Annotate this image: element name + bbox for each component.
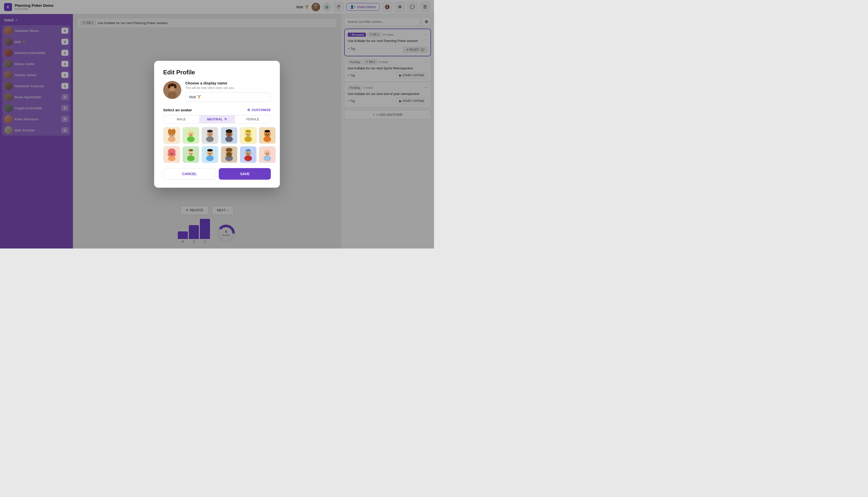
svg-point-82 xyxy=(266,153,267,154)
svg-point-78 xyxy=(249,153,250,154)
svg-point-22 xyxy=(170,134,171,135)
svg-point-47 xyxy=(264,130,270,132)
display-name-section: Choose a display name This will be how o… xyxy=(163,81,271,102)
svg-point-25 xyxy=(187,137,195,142)
svg-point-54 xyxy=(170,153,171,154)
svg-point-42 xyxy=(245,130,251,132)
avatar-option-11[interactable] xyxy=(239,146,257,163)
avatar-option-4[interactable] xyxy=(221,127,238,144)
female-label: FEMALE xyxy=(246,117,259,121)
svg-point-53 xyxy=(167,153,176,156)
svg-point-48 xyxy=(266,134,267,135)
svg-point-11 xyxy=(168,91,177,99)
refresh-icon: ↻ xyxy=(224,117,227,121)
display-name-sublabel: This will be how other users see you xyxy=(185,86,271,90)
cancel-button[interactable]: CANCEL xyxy=(163,168,216,180)
modal-actions: CANCEL SAVE xyxy=(163,168,271,180)
customize-label: CUSTOMIZE xyxy=(252,108,271,112)
save-button[interactable]: SAVE xyxy=(219,168,271,180)
tab-neutral[interactable]: NEUTRAL ↻ xyxy=(199,115,235,123)
svg-point-23 xyxy=(172,134,173,135)
neutral-label: NEUTRAL xyxy=(207,117,222,121)
svg-point-43 xyxy=(247,134,248,135)
avatar-option-12[interactable] xyxy=(259,146,276,163)
avatar-option-1[interactable] xyxy=(163,127,180,144)
svg-point-44 xyxy=(249,134,250,135)
customize-button[interactable]: ⚙ CUSTOMIZE xyxy=(247,108,271,112)
svg-point-49 xyxy=(268,134,269,135)
avatar-section-header: Select an avatar ⚙ CUSTOMIZE xyxy=(163,108,271,112)
tab-female[interactable]: FEMALE xyxy=(235,115,271,123)
modal-avatar-preview xyxy=(163,81,181,99)
svg-point-59 xyxy=(189,153,190,154)
svg-point-46 xyxy=(263,137,271,142)
svg-point-80 xyxy=(263,156,271,161)
svg-point-83 xyxy=(268,153,269,154)
svg-point-31 xyxy=(206,137,214,142)
svg-point-33 xyxy=(208,134,209,135)
svg-point-60 xyxy=(191,153,192,154)
svg-point-69 xyxy=(226,148,232,152)
svg-point-72 xyxy=(245,150,251,156)
avatar-option-6[interactable] xyxy=(259,127,276,144)
svg-point-57 xyxy=(187,156,195,161)
svg-point-38 xyxy=(228,134,229,135)
avatar-section-title: Select an avatar xyxy=(163,108,192,112)
display-name-label: Choose a display name xyxy=(185,81,271,85)
svg-point-65 xyxy=(210,153,211,154)
svg-point-41 xyxy=(244,137,252,142)
tab-male[interactable]: MALE xyxy=(163,115,199,123)
svg-point-34 xyxy=(210,134,211,135)
customize-icon: ⚙ xyxy=(247,108,250,112)
svg-point-68 xyxy=(226,153,232,157)
svg-point-73 xyxy=(244,156,252,161)
svg-point-16 xyxy=(174,84,177,88)
avatar-option-5[interactable] xyxy=(239,127,257,144)
svg-marker-75 xyxy=(247,148,249,151)
svg-point-18 xyxy=(168,137,176,142)
avatar-option-2[interactable] xyxy=(182,127,199,144)
svg-point-70 xyxy=(228,153,229,154)
avatar-option-7[interactable] xyxy=(163,146,180,163)
svg-point-21 xyxy=(169,130,175,132)
svg-point-39 xyxy=(230,134,231,135)
svg-rect-13 xyxy=(170,88,175,91)
avatar-tabs: MALE NEUTRAL ↻ FEMALE xyxy=(163,115,271,123)
svg-point-24 xyxy=(188,131,194,137)
svg-point-62 xyxy=(206,156,214,161)
modal-title: Edit Profile xyxy=(163,69,271,76)
svg-point-55 xyxy=(172,153,173,154)
edit-profile-modal: Edit Profile Choose a display name xyxy=(154,61,280,188)
svg-point-32 xyxy=(207,130,213,132)
svg-point-29 xyxy=(191,133,193,135)
svg-point-71 xyxy=(230,153,231,154)
svg-point-37 xyxy=(226,129,232,133)
display-name-input[interactable] xyxy=(185,92,271,102)
svg-point-63 xyxy=(207,149,213,151)
avatar-grid xyxy=(163,127,271,163)
modal-form-section: Choose a display name This will be how o… xyxy=(185,81,271,102)
avatar-option-10[interactable] xyxy=(221,146,238,163)
avatar-option-9[interactable] xyxy=(202,146,219,163)
modal-overlay[interactable]: Edit Profile Choose a display name xyxy=(0,0,434,248)
male-label: MALE xyxy=(177,117,185,121)
svg-point-15 xyxy=(168,84,170,88)
svg-point-36 xyxy=(225,137,233,142)
avatar-option-8[interactable] xyxy=(182,146,199,163)
avatar-option-3[interactable] xyxy=(202,127,219,144)
svg-point-77 xyxy=(247,153,248,154)
svg-point-28 xyxy=(189,133,191,135)
svg-point-58 xyxy=(189,149,193,151)
svg-point-64 xyxy=(208,153,209,154)
